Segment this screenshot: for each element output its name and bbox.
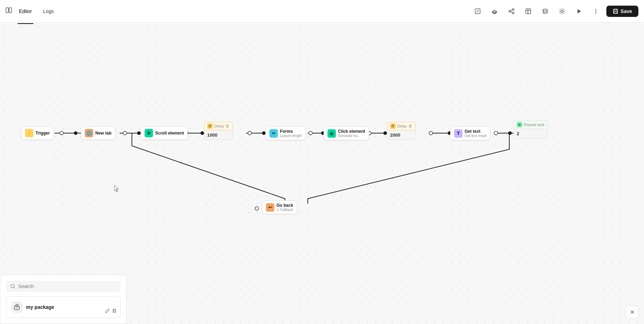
svg-point-3 (493, 10, 496, 12)
edit-package-button[interactable] (105, 308, 110, 314)
table-icon-button[interactable] (522, 5, 535, 18)
scroll-icon: ① (145, 129, 153, 137)
tab-logs[interactable]: Logs (42, 6, 55, 17)
svg-point-40 (508, 131, 512, 135)
svg-point-26 (74, 131, 77, 135)
newtab-icon: 🌐 (85, 129, 93, 137)
repeattask-label: Repeat task (524, 123, 544, 127)
svg-point-11 (595, 9, 597, 10)
node-newtab[interactable]: 🌐 New tab (81, 126, 115, 140)
search-input[interactable] (18, 284, 116, 289)
more-options-button[interactable] (589, 5, 602, 18)
svg-rect-1 (9, 8, 12, 13)
trigger-icon: ⚡ (25, 129, 33, 137)
goback-icon: ↩ (266, 203, 274, 212)
panel-close-button[interactable]: ✕ (626, 306, 638, 318)
node-delay2-container: ⏱ Delay 🗑 2000 (387, 122, 416, 140)
click-sublabel: Generate bu... (338, 134, 365, 138)
svg-rect-43 (14, 306, 19, 310)
svg-point-32 (262, 131, 266, 135)
svg-point-25 (60, 131, 63, 135)
forms-text: Forms Lipsum length (280, 129, 302, 138)
gettext-label: Get text (465, 129, 486, 134)
gettext-icon: T (454, 129, 463, 138)
header: Editor Logs Save (0, 0, 644, 23)
delay1-value: 1000 (207, 132, 217, 138)
sidebar-toggle-button[interactable] (6, 7, 12, 15)
node-trigger[interactable]: ⚡ Trigger (21, 126, 54, 140)
delay1-delete-icon[interactable]: 🗑 (225, 124, 230, 129)
node-gettext[interactable]: T Get text Get text result (450, 126, 490, 140)
node-delay1-container: ⏱ Delay 🗑 1000 (204, 122, 233, 140)
database-icon-button[interactable] (539, 5, 551, 18)
forms-sublabel: Lipsum length (280, 134, 302, 138)
delay2-value: 2000 (390, 132, 400, 138)
node-forms[interactable]: ✏ Forms Lipsum length (266, 126, 306, 140)
click-text: Click element Generate bu... (338, 129, 365, 138)
package-icon (11, 301, 23, 313)
goback-sublabel: ⊙ Fallback (276, 208, 293, 212)
delay2-label: Delay (397, 124, 407, 128)
delay2-delete-icon[interactable]: 🗑 (408, 124, 413, 129)
search-icon (10, 284, 15, 289)
svg-point-31 (248, 131, 251, 135)
click-label: Click element (338, 129, 365, 134)
node-click[interactable]: ⊕ Click element Generate bu... (324, 126, 369, 140)
delete-package-button[interactable] (112, 308, 117, 314)
svg-rect-7 (526, 9, 531, 14)
scroll-label: Scroll element (155, 131, 184, 136)
package-card[interactable]: my package (6, 296, 121, 318)
gettext-text: Get text Get text result (465, 129, 486, 138)
repeattask-icon: ⟳ (517, 122, 522, 127)
gettext-sublabel: Get text result (465, 134, 486, 138)
package-name: my package (26, 304, 54, 310)
header-right: Save (471, 5, 638, 18)
delay2-icon: ⏱ (390, 123, 396, 129)
broadcast-icon-button[interactable] (488, 5, 501, 18)
cursor (114, 185, 120, 192)
package-actions (105, 308, 117, 314)
delay1-label: Delay (214, 124, 224, 128)
svg-rect-44 (113, 310, 116, 312)
search-box (6, 281, 121, 292)
svg-point-28 (137, 131, 141, 135)
run-icon-button[interactable] (573, 5, 585, 18)
node-repeattask-container: ⟳ Repeat task 2 (514, 120, 548, 138)
svg-point-27 (123, 131, 127, 135)
svg-point-36 (383, 131, 387, 135)
header-left: Editor Logs (6, 6, 58, 17)
click-icon: ⊕ (327, 129, 336, 138)
svg-marker-10 (578, 9, 581, 13)
node-delay2[interactable]: ⏱ Delay 🗑 2000 (387, 122, 416, 140)
save-button[interactable]: Save (606, 6, 638, 17)
svg-point-12 (595, 11, 597, 12)
trigger-label: Trigger (36, 131, 50, 136)
delay1-icon: ⏱ (207, 123, 213, 129)
goback-label: Go back (276, 203, 293, 208)
svg-point-5 (512, 12, 514, 14)
svg-point-8 (543, 9, 547, 11)
repeattask-value: 2 (517, 131, 519, 136)
newtab-label: New tab (95, 131, 111, 136)
svg-point-9 (561, 10, 563, 12)
svg-point-39 (494, 131, 498, 135)
node-scroll[interactable]: ① Scroll element (141, 126, 188, 140)
svg-point-6 (509, 10, 511, 12)
svg-point-13 (595, 12, 597, 13)
node-goback[interactable]: ↩ Go back ⊙ Fallback (262, 200, 297, 214)
forms-label: Forms (280, 129, 302, 134)
tab-editor[interactable]: Editor (18, 6, 33, 17)
save-label: Save (620, 8, 632, 14)
svg-point-30 (200, 131, 204, 135)
share-icon-button[interactable] (505, 5, 518, 18)
svg-point-4 (512, 8, 514, 10)
svg-point-41 (255, 207, 259, 210)
goback-text: Go back ⊙ Fallback (276, 203, 293, 212)
svg-point-37 (429, 131, 433, 135)
node-delay1[interactable]: ⏱ Delay 🗑 1000 (204, 122, 233, 140)
node-repeattask[interactable]: ⟳ Repeat task 2 (514, 120, 548, 138)
edit-icon-button[interactable] (471, 5, 484, 18)
settings-icon-button[interactable] (556, 5, 568, 18)
svg-point-33 (309, 131, 312, 135)
svg-rect-0 (6, 8, 8, 13)
